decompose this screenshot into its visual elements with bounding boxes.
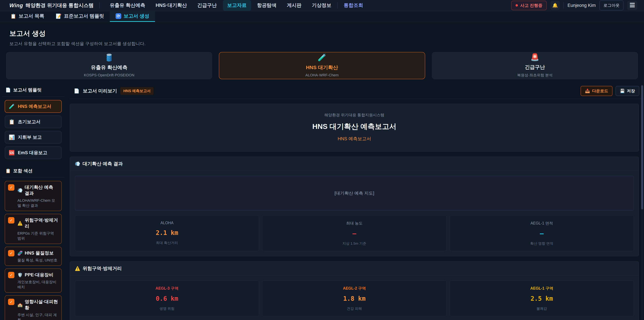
zone-card-aegl3: AEGL-3 구역 0.6 km 생명 위험: [75, 280, 259, 316]
document-icon: 📄: [5, 87, 11, 93]
section-desc: 물질 특성, 독성, UN번호: [18, 258, 57, 263]
template-item-hns-forecast[interactable]: 🧪 HNS 예측보고서: [5, 100, 62, 113]
stat-label: AEGL-1 면적: [452, 221, 632, 226]
top-navigation-bar: Wing 해양환경 위기대응 통합시스템 유출유 확산예측 HNS·대기확산 긴…: [0, 0, 644, 11]
clipboard-icon: 📋: [10, 14, 16, 19]
nav-item-hns-dispersion[interactable]: HNS·대기확산: [151, 0, 191, 11]
nav-item-weather-info[interactable]: 기상정보: [308, 0, 336, 11]
map-placeholder-label: [대기확산 예측 지도]: [334, 190, 374, 196]
tab-report-generate[interactable]: ⟳ 보고서 생성: [110, 11, 155, 22]
checkbox-checked[interactable]: ✓: [8, 250, 14, 256]
template-label: 초기보고서: [18, 119, 40, 125]
checkbox-checked[interactable]: ✓: [8, 299, 14, 305]
report-type-subtitle: KOSPS·OpenDrift·POSEIDON: [84, 73, 134, 77]
template-item-initial-report[interactable]: 📋 초기보고서: [5, 115, 62, 128]
stat-sub: 확산 영향 면적: [452, 241, 632, 246]
stat-label: 최대 농도: [264, 221, 444, 226]
zone-sub: 불쾌감: [452, 306, 632, 311]
page-subtitle: 보고서 유형을 선택하고 포함할 섹션을 구성하여 보고서를 생성합니다.: [10, 41, 634, 47]
zone-value: 2.5 km: [452, 295, 632, 302]
section-title: PPE·대응장비: [25, 272, 53, 278]
stat-value: —: [264, 230, 444, 237]
incident-status-label: 사고 진행중: [520, 3, 542, 8]
section-item-danger-zone[interactable]: ✓ ⚠️ 위험구역·방제거리 ERPGs 기준 위험구역 범위: [5, 214, 62, 244]
main-nav: 유출유 확산예측 HNS·대기확산 긴급구난 보고자료 항공탐색 게시판 기상정…: [106, 0, 368, 11]
template-item-ems-response[interactable]: 🆘 EmS 대응보고: [5, 146, 62, 159]
memo-icon: 📝: [56, 14, 62, 19]
document-icon: 📄: [74, 88, 80, 94]
zone-value: 1.8 km: [264, 295, 444, 302]
report-type-subtitle: 복원성·좌초위험 분석: [517, 73, 552, 78]
nav-item-integrated-search[interactable]: 통합조회: [340, 0, 368, 11]
zone-label: AEGL-2 구역: [264, 286, 444, 291]
doc-subtitle: HNS 예측보고서: [77, 136, 632, 142]
section-desc: 개인보호장비, 대응장비 배치: [18, 279, 58, 290]
incident-dot-icon: [516, 4, 518, 7]
section-desc: ERPGs 기준 위험구역 범위: [18, 231, 58, 241]
stat-card-max-concentration: 최대 농도 — 지상 1.5m 기준: [262, 215, 446, 251]
incident-status-badge: 사고 진행중: [511, 1, 547, 10]
logout-button[interactable]: 로그아웃: [600, 0, 624, 11]
template-label: 지휘부 보고: [18, 134, 42, 140]
nav-item-oil-spill[interactable]: 유출유 확산예측: [106, 0, 150, 11]
nav-divider: [564, 2, 564, 9]
report-type-oil-spill-card[interactable]: 🛢️ 유출유 확산예측 KOSPS·OpenDrift·POSEIDON: [6, 52, 212, 79]
oil-drum-icon: 🛢️: [105, 54, 113, 61]
nav-item-reports[interactable]: 보고자료: [223, 0, 251, 11]
report-subtabs: 📋 보고서 목록 📝 표준보고서 템플릿 ⟳ 보고서 생성: [0, 11, 644, 22]
stat-sub: 최대 확산거리: [77, 240, 257, 245]
report-type-title: 긴급구난: [525, 64, 545, 71]
section-item-affected-facilities[interactable]: ✓ 🏫 영향시설·대피현황 주변 시설, 인구, 대피 계획: [5, 295, 62, 320]
vertical-scrollbar[interactable]: [641, 85, 643, 320]
download-label: 다운로드: [592, 88, 608, 94]
doc-section-dispersion: 💨 대기확산 예측 결과 [대기확산 예측 지도] ALOHA 2.1 km 최…: [70, 157, 639, 256]
template-label: EmS 대응보고: [18, 150, 47, 156]
generate-report-icon: ⟳: [116, 13, 121, 19]
zone-card-aegl2: AEGL-2 구역 1.8 km 건강 피해: [262, 280, 446, 316]
section-item-ppe-equipment[interactable]: ✓ 🛡️ PPE·대응장비 개인보호장비, 대응장비 배치: [5, 268, 62, 293]
school-building-icon: 🏫: [18, 302, 23, 307]
section-item-hns-substance[interactable]: ✓ 🧬 HNS 물질정보 물질 특성, 독성, UN번호: [5, 247, 62, 266]
test-tube-icon: 🧪: [9, 104, 15, 109]
notifications-button[interactable]: 🔔: [550, 1, 560, 10]
scrollbar-thumb[interactable]: [641, 85, 643, 209]
report-type-subtitle: ALOHA·WRF-Chem: [306, 73, 338, 77]
nav-item-board[interactable]: 게시판: [282, 0, 306, 11]
preview-template-badge: HNS 예측보고서: [120, 87, 154, 95]
hamburger-menu-button[interactable]: ☰: [627, 1, 637, 10]
preview-title: 보고서 미리보기: [83, 88, 117, 94]
doc-section-title: 대기확산 예측 결과: [82, 161, 123, 167]
download-icon: 📥: [585, 89, 590, 93]
tab-label: 보고서 목록: [18, 13, 44, 20]
tab-report-list[interactable]: 📋 보고서 목록: [5, 11, 50, 22]
download-button[interactable]: 📥 다운로드: [580, 86, 612, 96]
tab-standard-templates[interactable]: 📝 표준보고서 템플릿: [50, 11, 110, 22]
preview-scroll-area[interactable]: 해양환경 위기대응 통합지원시스템 HNS 대기확산 예측보고서 HNS 예측보…: [70, 99, 644, 320]
report-type-title: 유출유 확산예측: [91, 64, 127, 71]
nav-item-emergency-rescue[interactable]: 긴급구난: [193, 0, 221, 11]
dispersion-map-placeholder: [대기확산 예측 지도]: [75, 176, 634, 211]
section-item-dispersion-result[interactable]: ✓ 💨 대기확산 예측 결과 ALOHA/WRF-Chem 모델 확산 결과: [5, 181, 62, 211]
report-type-rescue-card[interactable]: 🚨 긴급구난 복원성·좌초위험 분석: [432, 52, 638, 79]
save-button[interactable]: 💾 저장: [616, 86, 639, 96]
page-header: 보고서 생성 보고서 유형을 선택하고 포함할 섹션을 구성하여 보고서를 생성…: [0, 22, 644, 51]
sections-header: 📋 포함 섹션: [2, 165, 64, 178]
doc-title: HNS 대기확산 예측보고서: [77, 122, 632, 131]
tab-label: 표준보고서 템플릿: [64, 13, 104, 20]
section-desc: 주변 시설, 인구, 대피 계획: [18, 312, 58, 320]
checkbox-checked[interactable]: ✓: [8, 272, 14, 278]
templates-header: 📄 보고서 템플릿: [2, 84, 64, 97]
nav-item-aerial-search[interactable]: 항공탐색: [253, 0, 281, 11]
checkbox-checked[interactable]: ✓: [8, 184, 14, 191]
zone-value: 0.6 km: [77, 295, 257, 302]
zone-label: AEGL-1 구역: [452, 286, 632, 291]
logo-wing-icon: Wing: [10, 2, 23, 9]
stat-label: ALOHA: [77, 221, 257, 225]
tab-label: 보고서 생성: [124, 13, 149, 20]
report-type-hns-card[interactable]: 🧪 HNS 대기확산 ALOHA·WRF-Chem: [219, 52, 425, 79]
content-area: 📄 보고서 템플릿 🧪 HNS 예측보고서 📋 초기보고서 📊 지휘부 보고 🆘…: [0, 79, 644, 320]
checkbox-checked[interactable]: ✓: [8, 217, 14, 223]
report-preview-panel: 📄 보고서 미리보기 HNS 예측보고서 📥 다운로드 💾 저장 해양환경 위기…: [70, 84, 644, 320]
template-item-command-report[interactable]: 📊 지휘부 보고: [5, 131, 62, 144]
hamburger-icon: ☰: [630, 2, 635, 9]
